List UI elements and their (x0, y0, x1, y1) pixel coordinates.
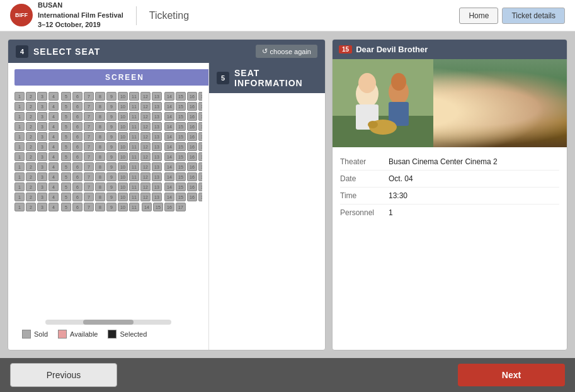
seat-b7-row6[interactable]: 7 (84, 142, 94, 151)
seat-b7-row2[interactable]: 7 (84, 102, 94, 111)
seat-b8-row1[interactable]: 8 (95, 92, 105, 101)
partial-seat-b7[interactable]: 7 (84, 203, 94, 211)
seat-b5-row1[interactable]: 5 (61, 92, 71, 101)
partial-seat-b11[interactable]: 11 (129, 203, 139, 211)
seat-a3-row1[interactable]: 3 (37, 92, 47, 101)
partial-seat-b8[interactable]: 8 (95, 203, 105, 211)
seat-a4-row3[interactable]: 4 (48, 112, 59, 121)
seat-a1-row10[interactable]: 1 (14, 182, 25, 191)
seat-b12-row3[interactable]: 12 (140, 112, 151, 121)
seat-b9-row7[interactable]: 9 (106, 152, 117, 161)
seat-b11-row6[interactable]: 11 (129, 142, 139, 151)
seat-b11-row5[interactable]: 11 (129, 132, 139, 141)
seat-c17-row8[interactable]: 17 (198, 162, 202, 171)
partial-seat-b9[interactable]: 9 (106, 203, 117, 211)
seat-b7-row11[interactable]: 7 (84, 193, 94, 201)
seat-a3-row8[interactable]: 3 (37, 162, 47, 171)
seat-a3-row10[interactable]: 3 (37, 182, 47, 191)
seat-b10-row3[interactable]: 10 (118, 112, 128, 121)
home-button[interactable]: Home (459, 8, 498, 24)
seat-a2-row3[interactable]: 2 (26, 112, 36, 121)
seat-b10-row9[interactable]: 10 (118, 172, 128, 181)
partial-seat-b5[interactable]: 5 (61, 203, 71, 211)
seat-b5-row5[interactable]: 5 (61, 132, 71, 141)
seat-a2-row6[interactable]: 2 (26, 142, 36, 151)
seat-b6-row8[interactable]: 6 (72, 162, 83, 171)
seat-b6-row3[interactable]: 6 (72, 112, 83, 121)
seat-b13-row3[interactable]: 13 (152, 112, 162, 121)
seat-c17-row11[interactable]: 17 (198, 193, 202, 201)
seat-c14-row11[interactable]: 14 (164, 193, 174, 201)
seat-a1-row2[interactable]: 1 (14, 102, 25, 111)
seat-b10-row1[interactable]: 10 (118, 92, 128, 101)
seat-a4-row7[interactable]: 4 (48, 152, 59, 161)
partial-seat-b10[interactable]: 10 (118, 203, 128, 211)
seat-c17-row9[interactable]: 17 (198, 172, 202, 181)
seat-a3-row9[interactable]: 3 (37, 172, 47, 181)
partial-seat-c15[interactable]: 15 (153, 203, 163, 211)
seat-b8-row4[interactable]: 8 (95, 122, 105, 131)
seat-a3-row4[interactable]: 3 (37, 122, 47, 131)
seat-b9-row1[interactable]: 9 (106, 92, 117, 101)
seat-c17-row6[interactable]: 17 (198, 142, 202, 151)
seat-a2-row10[interactable]: 2 (26, 182, 36, 191)
ticket-details-button[interactable]: Ticket details (502, 8, 565, 24)
seat-b13-row11[interactable]: 13 (152, 193, 162, 201)
seat-c15-row11[interactable]: 15 (176, 193, 186, 201)
seat-a1-row9[interactable]: 1 (14, 172, 25, 181)
seat-b12-row10[interactable]: 12 (140, 182, 151, 191)
seat-b11-row3[interactable]: 11 (129, 112, 139, 121)
seat-a3-row7[interactable]: 3 (37, 152, 47, 161)
seat-c15-row2[interactable]: 15 (176, 102, 186, 111)
seat-a2-row5[interactable]: 2 (26, 132, 36, 141)
seat-c16-row1[interactable]: 16 (187, 92, 197, 101)
partial-seat-c16[interactable]: 16 (164, 203, 174, 211)
seat-c17-row7[interactable]: 17 (198, 152, 202, 161)
seat-b9-row10[interactable]: 9 (106, 182, 117, 191)
seat-a2-row4[interactable]: 2 (26, 122, 36, 131)
seat-b8-row6[interactable]: 8 (95, 142, 105, 151)
seat-b11-row9[interactable]: 11 (129, 172, 139, 181)
seat-a4-row4[interactable]: 4 (48, 122, 59, 131)
seat-b12-row9[interactable]: 12 (140, 172, 151, 181)
seat-b5-row10[interactable]: 5 (61, 182, 71, 191)
seat-c15-row9[interactable]: 15 (176, 172, 186, 181)
seat-b6-row9[interactable]: 6 (72, 172, 83, 181)
seat-b12-row6[interactable]: 12 (140, 142, 151, 151)
seat-c15-row8[interactable]: 15 (176, 162, 186, 171)
seat-b9-row2[interactable]: 9 (106, 102, 117, 111)
seat-a4-row5[interactable]: 4 (48, 132, 59, 141)
seat-b11-row2[interactable]: 11 (129, 102, 139, 111)
seat-c15-row5[interactable]: 15 (176, 132, 186, 141)
seat-b5-row9[interactable]: 5 (61, 172, 71, 181)
seat-c14-row5[interactable]: 14 (164, 132, 174, 141)
seat-b13-row7[interactable]: 13 (152, 152, 162, 161)
seat-c16-row3[interactable]: 16 (187, 112, 197, 121)
seat-b12-row2[interactable]: 12 (140, 102, 151, 111)
seat-b6-row2[interactable]: 6 (72, 102, 83, 111)
seat-b6-row4[interactable]: 6 (72, 122, 83, 131)
seat-b13-row8[interactable]: 13 (152, 162, 162, 171)
seat-a1-row7[interactable]: 1 (14, 152, 25, 161)
partial-seat-a2[interactable]: 2 (26, 203, 36, 211)
seat-b12-row7[interactable]: 12 (140, 152, 151, 161)
seat-c14-row3[interactable]: 14 (164, 112, 174, 121)
seat-b7-row1[interactable]: 7 (84, 92, 94, 101)
seat-c16-row8[interactable]: 16 (187, 162, 197, 171)
seat-b5-row3[interactable]: 5 (61, 112, 71, 121)
seat-c16-row7[interactable]: 16 (187, 152, 197, 161)
partial-seat-c17[interactable]: 17 (176, 203, 186, 211)
seat-a3-row3[interactable]: 3 (37, 112, 47, 121)
seat-b7-row7[interactable]: 7 (84, 152, 94, 161)
seat-b6-row10[interactable]: 6 (72, 182, 83, 191)
seat-a1-row4[interactable]: 1 (14, 122, 25, 131)
choose-again-button[interactable]: ↺ choose again (256, 45, 317, 58)
seat-b10-row8[interactable]: 10 (118, 162, 128, 171)
seat-b8-row11[interactable]: 8 (95, 193, 105, 201)
seat-b10-row6[interactable]: 10 (118, 142, 128, 151)
seat-b10-row7[interactable]: 10 (118, 152, 128, 161)
seat-b13-row9[interactable]: 13 (152, 172, 162, 181)
seat-b11-row8[interactable]: 11 (129, 162, 139, 171)
seat-a2-row1[interactable]: 2 (26, 92, 36, 101)
seat-b8-row8[interactable]: 8 (95, 162, 105, 171)
